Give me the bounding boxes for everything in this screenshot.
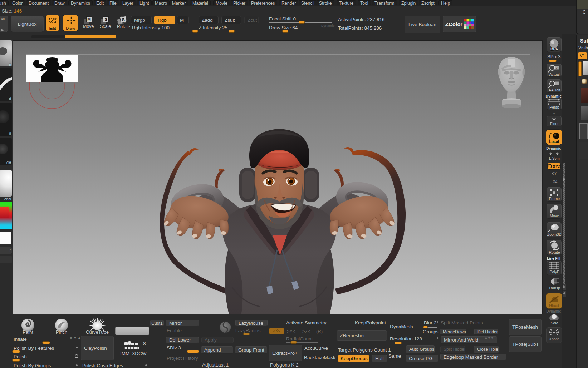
svg-text:x1: x1 bbox=[556, 66, 559, 70]
